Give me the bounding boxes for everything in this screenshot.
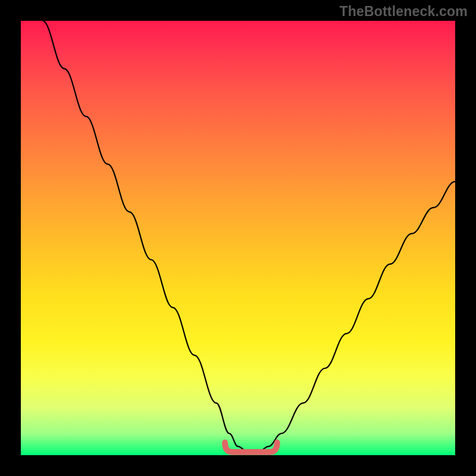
chart-plot-area: [21, 21, 455, 455]
watermark-text: TheBottleneck.com: [339, 4, 468, 20]
bottleneck-curve-path: [43, 21, 456, 451]
optimal-zone-marker: [225, 443, 277, 452]
chart-svg: [21, 21, 455, 455]
